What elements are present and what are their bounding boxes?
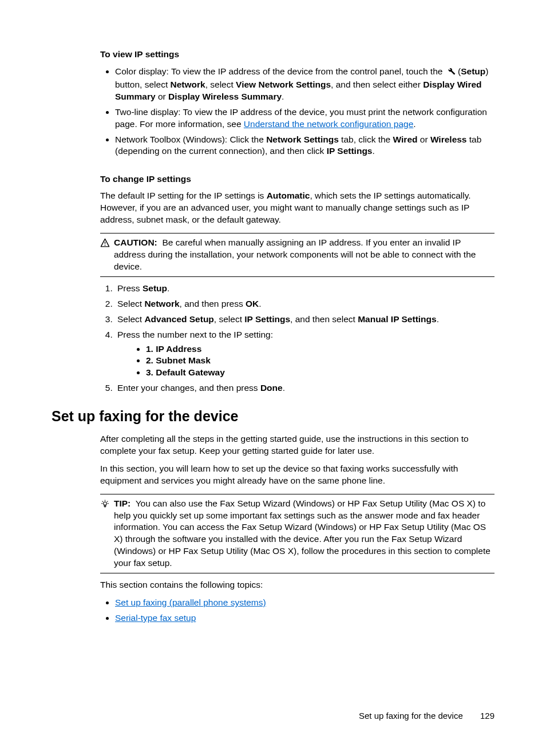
step-item: Select Network, and then press OK.	[115, 298, 494, 310]
text: Select	[117, 314, 144, 324]
footer: Set up faxing for the device 129	[359, 710, 494, 722]
tip-icon	[100, 501, 110, 510]
svg-line-4	[102, 501, 103, 501]
svg-line-5	[107, 501, 108, 501]
text: .	[167, 283, 169, 293]
text-bold: Network	[144, 299, 179, 308]
tip-text: You can also use the Fax Setup Wizard (W…	[114, 498, 490, 568]
heading-set-up-faxing: Set up faxing for the device	[52, 407, 494, 426]
text-bold: Network	[171, 80, 205, 89]
text-bold: IP Settings	[244, 314, 290, 324]
paragraph: In this section, you will learn how to s…	[100, 463, 494, 487]
svg-rect-8	[104, 505, 106, 506]
text-bold: Automatic	[267, 191, 310, 200]
text: Press	[117, 283, 143, 293]
list-item: Color display: To view the IP address of…	[115, 65, 494, 103]
text: .	[437, 314, 439, 324]
list-item: Set up faxing (parallel phone systems)	[115, 597, 494, 609]
text-bold: 2. Subnet Mask	[146, 355, 211, 365]
text-bold: OK	[246, 299, 259, 308]
caution-icon	[100, 240, 110, 250]
list-item: Serial-type fax setup	[115, 612, 494, 624]
paragraph: The default IP setting for the IP settin…	[100, 190, 494, 226]
text-bold: Setup	[143, 283, 167, 293]
list-item: 2. Subnet Mask	[146, 355, 494, 367]
wrench-icon	[445, 65, 456, 79]
topics-line: This section contains the following topi…	[100, 579, 494, 591]
text-bold: Manual IP Settings	[358, 314, 437, 324]
text-bold: Display Wireless Summary	[168, 92, 282, 101]
text: The default IP setting for the IP settin…	[100, 191, 267, 200]
text: .	[372, 146, 374, 156]
link-parallel-fax[interactable]: Set up faxing (parallel phone systems)	[115, 597, 266, 607]
text: or	[417, 134, 430, 144]
step-item: Select Advanced Setup, select IP Setting…	[115, 314, 494, 326]
step-item: Press Setup.	[115, 283, 494, 295]
tip-box: TIP: You can also use the Fax Setup Wiza…	[100, 494, 494, 574]
text: Select	[117, 299, 144, 308]
caution-text: Be careful when manually assigning an IP…	[114, 238, 476, 271]
text-bold: 1. IP Address	[146, 344, 201, 354]
tip-label: TIP:	[114, 498, 130, 508]
text-bold: Wired	[393, 134, 418, 144]
text: or	[156, 92, 168, 101]
step-item: Press the number next to the IP setting:…	[115, 329, 494, 379]
text-bold: View Network Settings	[236, 80, 331, 89]
list-item: Network Toolbox (Windows): Click the Net…	[115, 134, 494, 158]
text: , and then select either	[331, 80, 423, 89]
text: , and then press	[180, 299, 246, 308]
text-bold: IP Settings	[327, 146, 373, 156]
text: .	[283, 383, 285, 393]
svg-point-2	[104, 502, 107, 505]
text: , and then select	[290, 314, 358, 324]
text-bold: Network Settings	[266, 134, 339, 144]
heading-change-ip: To change IP settings	[100, 173, 494, 185]
text: tab, click the	[339, 134, 393, 144]
text: .	[282, 92, 284, 101]
caution-box: CAUTION: Be careful when manually assign…	[100, 233, 494, 277]
list-item: Two-line display: To view the IP address…	[115, 106, 494, 130]
step-item: Enter your changes, and then press Done.	[115, 382, 494, 394]
footer-text: Set up faxing for the device	[359, 711, 463, 721]
list-item: 1. IP Address	[146, 343, 494, 355]
steps-list: Press Setup. Select Network, and then pr…	[100, 283, 494, 394]
list-item: 3. Default Gateway	[146, 367, 494, 379]
heading-view-ip: To view IP settings	[100, 49, 494, 61]
list-view-ip: Color display: To view the IP address of…	[100, 65, 494, 157]
topics-list: Set up faxing (parallel phone systems) S…	[100, 597, 494, 624]
caution-label: CAUTION:	[114, 238, 157, 247]
link-serial-fax[interactable]: Serial-type fax setup	[115, 613, 196, 623]
page-number: 129	[480, 710, 494, 722]
text: , select	[205, 80, 236, 89]
paragraph: After completing all the steps in the ge…	[100, 433, 494, 457]
text: , select	[214, 314, 244, 324]
text: Color display: To view the IP address of…	[115, 66, 445, 76]
text: .	[413, 119, 416, 129]
text: .	[259, 299, 261, 308]
text-bold: Setup	[461, 66, 485, 76]
text-bold: Advanced Setup	[144, 314, 213, 324]
svg-point-1	[105, 245, 106, 246]
text: Network Toolbox (Windows): Click the	[115, 134, 266, 144]
text: Enter your changes, and then press	[117, 383, 260, 393]
ip-sublist: 1. IP Address 2. Subnet Mask 3. Default …	[117, 343, 494, 379]
text-bold: 3. Default Gateway	[146, 367, 225, 377]
text-bold: Done	[260, 383, 283, 393]
link-network-config-page[interactable]: Understand the network configuration pag…	[244, 119, 413, 129]
text-bold: Wireless	[430, 134, 467, 144]
text: Press the number next to the IP setting:	[117, 330, 273, 339]
